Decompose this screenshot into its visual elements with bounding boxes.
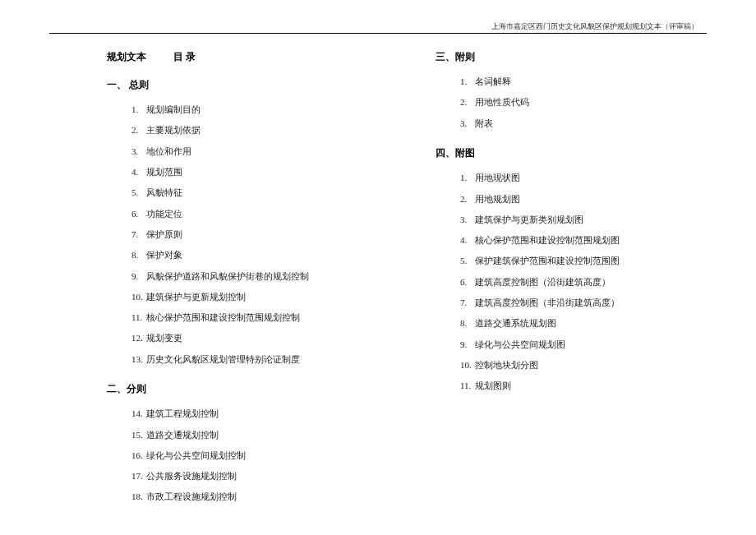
- item-text: 历史文化风貌区规划管理特别论证制度: [146, 354, 300, 364]
- toc-item: 8.道路交通系统规划图: [460, 313, 690, 334]
- toc-item: 6.功能定位: [131, 204, 386, 224]
- toc-item: 16.绿化与公共空间规划控制: [131, 445, 386, 466]
- toc-item: 9.绿化与公共空间规划图: [460, 334, 690, 355]
- section-3-heading: 三、附则: [436, 49, 690, 65]
- item-num: 11.: [460, 376, 473, 396]
- toc-item: 2.主要规划依据: [131, 120, 386, 141]
- item-text: 建筑保护与更新规划控制: [146, 292, 246, 302]
- item-text: 公共服务设施规划控制: [146, 471, 237, 481]
- toc-item: 11.核心保护范围和建设控制范围规划控制: [131, 307, 386, 328]
- content-area: 规划文本 目 录 一、 总则 1.规划编制目的 2.主要规划依据 3.地位和作用…: [107, 49, 698, 508]
- toc-item: 8.保护对象: [131, 245, 386, 265]
- item-num: 1.: [460, 71, 473, 92]
- toc-item: 3.附表: [460, 113, 690, 134]
- item-text: 保护对象: [146, 250, 182, 260]
- item-num: 4.: [460, 230, 473, 251]
- item-num: 5.: [131, 182, 145, 203]
- item-num: 3.: [131, 141, 145, 162]
- item-text: 道路交通规划控制: [146, 430, 219, 440]
- left-column: 规划文本 目 录 一、 总则 1.规划编制目的 2.主要规划依据 3.地位和作用…: [107, 49, 386, 508]
- item-text: 地位和作用: [146, 146, 191, 156]
- item-text: 功能定位: [146, 209, 182, 219]
- toc-item: 3.地位和作用: [131, 141, 386, 162]
- item-num: 5.: [460, 251, 473, 271]
- header-divider: [49, 33, 707, 34]
- toc-item: 1.规划编制目的: [131, 99, 386, 120]
- item-text: 建筑保护与更新类别规划图: [475, 214, 583, 224]
- item-text: 风貌保护道路和风貌保护街巷的规划控制: [146, 271, 309, 281]
- item-num: 3.: [460, 210, 473, 230]
- item-text: 建筑工程规划控制: [146, 408, 219, 418]
- item-num: 18.: [131, 487, 145, 507]
- item-num: 7.: [460, 293, 473, 313]
- toc-item: 4.规划范围: [131, 162, 386, 182]
- title-main: 规划文本: [107, 49, 146, 64]
- item-num: 10.: [460, 355, 473, 376]
- title-line: 规划文本 目 录: [107, 49, 386, 64]
- section-1-heading: 一、 总则: [107, 77, 386, 93]
- toc-item: 3.建筑保护与更新类别规划图: [460, 210, 690, 230]
- item-text: 绿化与公共空间规划控制: [146, 450, 246, 460]
- item-num: 1.: [460, 168, 473, 188]
- item-text: 保护建筑保护范围和建设控制范围图: [475, 256, 620, 265]
- item-text: 绿化与公共空间规划图: [475, 339, 565, 349]
- toc-item: 6.建筑高度控制图（沿街建筑高度）: [460, 272, 690, 293]
- section-2-heading: 二、分则: [107, 381, 386, 397]
- item-text: 规划变更: [146, 333, 182, 343]
- item-text: 风貌特征: [146, 187, 182, 197]
- toc-item: 12.规划变更: [131, 328, 386, 348]
- item-num: 13.: [131, 349, 145, 370]
- toc-item: 4.核心保护范围和建设控制范围规划图: [460, 230, 690, 251]
- item-text: 主要规划依据: [146, 125, 201, 135]
- item-text: 规划范围: [146, 167, 182, 177]
- item-text: 建筑高度控制图（沿街建筑高度）: [475, 277, 611, 287]
- item-num: 8.: [131, 245, 145, 265]
- item-text: 用地现状图: [475, 173, 520, 182]
- toc-item: 15.道路交通规划控制: [131, 425, 386, 445]
- item-num: 7.: [131, 224, 145, 245]
- toc-item: 17.公共服务设施规划控制: [131, 466, 386, 487]
- item-num: 6.: [131, 204, 145, 224]
- item-num: 14.: [131, 404, 145, 424]
- toc-item: 2.用地性质代码: [460, 92, 690, 113]
- item-num: 12.: [131, 328, 145, 348]
- item-num: 10.: [131, 287, 145, 307]
- item-num: 1.: [131, 99, 145, 120]
- item-num: 17.: [131, 466, 145, 487]
- toc-item: 9.风貌保护道路和风貌保护街巷的规划控制: [131, 266, 386, 287]
- item-num: 9.: [460, 334, 473, 355]
- item-text: 用地规划图: [475, 194, 520, 204]
- item-num: 2.: [460, 92, 473, 113]
- right-column: 三、附则 1.名词解释 2.用地性质代码 3.附表 四、附图 1.用地现状图 2…: [436, 49, 690, 508]
- title-sub: 目 录: [173, 49, 196, 64]
- item-num: 3.: [460, 113, 473, 134]
- item-text: 附表: [475, 118, 493, 128]
- toc-item: 11.规划图则: [460, 376, 690, 396]
- item-num: 16.: [131, 445, 145, 466]
- item-text: 建筑高度控制图（非沿街建筑高度）: [475, 297, 620, 307]
- toc-item: 13.历史文化风貌区规划管理特别论证制度: [131, 349, 386, 370]
- item-num: 2.: [460, 189, 473, 210]
- toc-item: 5.保护建筑保护范围和建设控制范围图: [460, 251, 690, 271]
- item-text: 控制地块划分图: [475, 360, 538, 370]
- item-text: 道路交通系统规划图: [475, 318, 556, 328]
- toc-item: 10.建筑保护与更新规划控制: [131, 287, 386, 307]
- toc-item: 7.保护原则: [131, 224, 386, 245]
- toc-item: 10.控制地块划分图: [460, 355, 690, 376]
- toc-item: 1.名词解释: [460, 71, 690, 92]
- item-text: 用地性质代码: [475, 97, 529, 107]
- toc-item: 18.市政工程设施规划控制: [131, 487, 386, 507]
- section-4-heading: 四、附图: [436, 145, 690, 161]
- toc-item: 14.建筑工程规划控制: [131, 404, 386, 424]
- item-text: 市政工程设施规划控制: [146, 491, 237, 501]
- item-num: 15.: [131, 425, 145, 445]
- toc-item: 2.用地规划图: [460, 189, 690, 210]
- item-num: 8.: [460, 313, 473, 334]
- item-num: 9.: [131, 266, 145, 287]
- item-text: 名词解释: [475, 76, 511, 86]
- item-num: 6.: [460, 272, 473, 293]
- item-text: 核心保护范围和建设控制范围规划图: [475, 235, 620, 245]
- item-text: 规划编制目的: [146, 104, 201, 114]
- item-num: 11.: [131, 307, 145, 328]
- toc-item: 7.建筑高度控制图（非沿街建筑高度）: [460, 293, 690, 313]
